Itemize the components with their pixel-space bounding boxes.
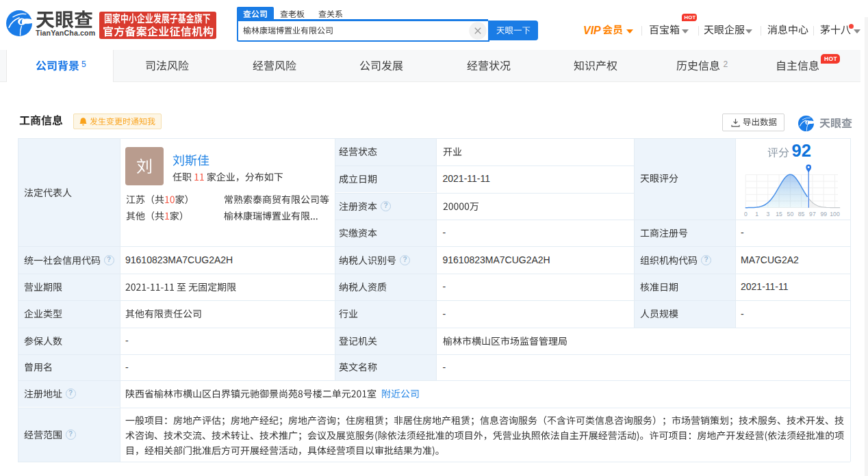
svg-text:15: 15 xyxy=(776,211,782,217)
svg-text:50: 50 xyxy=(787,211,794,217)
svg-text:1: 1 xyxy=(755,211,758,217)
svg-text:85: 85 xyxy=(798,211,805,217)
svg-text:97: 97 xyxy=(809,211,816,217)
svg-text:100: 100 xyxy=(830,211,840,217)
svg-text:99: 99 xyxy=(820,211,827,217)
svg-text:0: 0 xyxy=(744,211,748,217)
svg-text:3: 3 xyxy=(766,211,769,217)
